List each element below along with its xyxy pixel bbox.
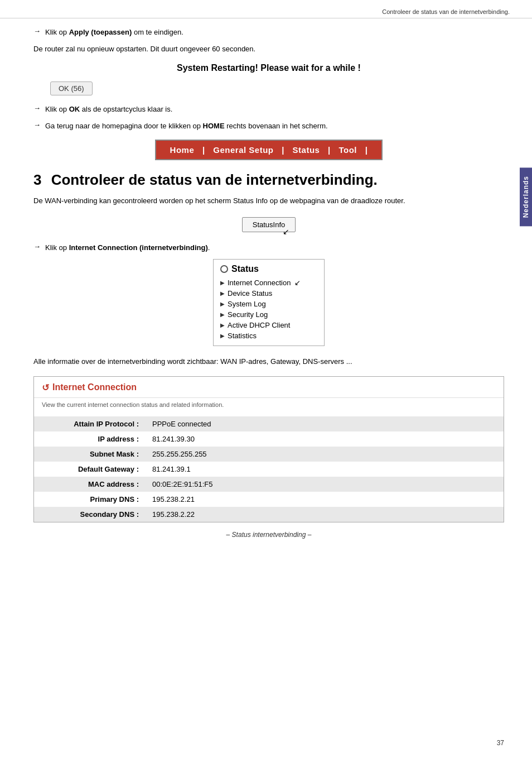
table-cell-value-4: 81.241.39.1: [146, 462, 504, 477]
inet-box-title: ↺ Internet Connection: [42, 382, 496, 393]
menu-item-label-2: Device Status: [228, 289, 272, 298]
section-number: 3: [33, 171, 41, 188]
navbar-item-tool: Tool: [338, 145, 357, 155]
arrow-bullet-2: → Klik op OK als de opstartcyclus klaar …: [33, 104, 504, 115]
table-cell-label-6: Primary DNS :: [34, 492, 146, 507]
tri-icon-5: ▶: [220, 322, 225, 328]
status-info-wrap: StatusInfo ↙: [33, 217, 504, 232]
table-cell-value-1: PPPoE connected: [146, 416, 504, 431]
bold-ok: OK: [69, 105, 80, 113]
arrow-icon-1: →: [33, 27, 41, 35]
inet-box-header: ↺ Internet Connection: [34, 377, 504, 398]
menu-item-label-6: Statistics: [228, 332, 257, 340]
arrow-bullet-4: → Klik op Internet Connection (internetv…: [33, 242, 504, 253]
status-menu-box: Status ▶ Internet Connection ↙ ▶ Device …: [213, 259, 325, 346]
para-2: De WAN-verbinding kan gecontroleerd word…: [33, 195, 504, 207]
arrow4-after: .: [208, 243, 210, 252]
table-cell-label-1: Attain IP Protocol :: [34, 416, 146, 431]
arrow-text-1: Klik op Apply (toepassen) om te eindigen…: [45, 27, 183, 38]
table-cell-value-6: 195.238.2.21: [146, 492, 504, 507]
tri-icon-2: ▶: [220, 290, 225, 296]
navbar-item-home: Home: [170, 145, 195, 155]
arrow-bullet-3: → Ga terug naar de homepagina door te kl…: [33, 121, 504, 132]
table-row: MAC address : 00:0E:2E:91:51:F5: [34, 477, 504, 492]
menu-item-label-1: Internet Connection: [228, 279, 291, 287]
table-row: Default Gateway : 81.241.39.1: [34, 462, 504, 477]
menu-item-active-dhcp-client[interactable]: ▶ Active DHCP Client: [220, 320, 317, 330]
menu-item-label-5: Active DHCP Client: [228, 321, 290, 329]
menu-item-security-log[interactable]: ▶ Security Log: [220, 309, 317, 320]
menu-item-label-4: Security Log: [228, 310, 268, 319]
bold-apply: Apply (toepassen): [69, 28, 132, 36]
restart-banner: System Restarting! Please wait for a whi…: [33, 63, 504, 73]
arrow-text-2: Klik op OK als de opstartcyclus klaar is…: [45, 104, 172, 115]
table-row: Attain IP Protocol : PPPoE connected: [34, 416, 504, 431]
menu-item-internet-connection[interactable]: ▶ Internet Connection ↙: [220, 277, 317, 288]
arrow-icon-3: →: [33, 121, 41, 129]
arrow-text-4: Klik op Internet Connection (internetver…: [45, 242, 210, 253]
navbar-separator-1: |: [202, 145, 207, 155]
menu-item-statistics[interactable]: ▶ Statistics: [220, 330, 317, 341]
para-1: De router zal nu opnieuw opstarten. Dit …: [33, 44, 504, 55]
header-text: Controleer de status van de internetverb…: [382, 8, 510, 15]
table-cell-value-3: 255.255.255.255: [146, 447, 504, 462]
table-cell-label-7: Secondary DNS :: [34, 507, 146, 522]
tri-icon-6: ▶: [220, 333, 225, 339]
navbar-separator-3: |: [328, 145, 333, 155]
arrow-bullet-1: → Klik op Apply (toepassen) om te eindig…: [33, 27, 504, 38]
table-cell-label-5: MAC address :: [34, 477, 146, 492]
menu-item-label-3: System Log: [228, 300, 266, 308]
tri-icon-4: ▶: [220, 311, 225, 318]
table-cell-value-2: 81.241.39.30: [146, 431, 504, 447]
arrow-text-3: Ga terug naar de homepagina door te klik…: [45, 121, 328, 132]
para-3: Alle informatie over de internetverbindi…: [33, 356, 504, 368]
cursor-icon: ↙: [283, 227, 289, 236]
status-info-label: StatusInfo: [253, 220, 286, 229]
arrow1-after: om te eindigen.: [134, 28, 183, 36]
arrow-icon-4: →: [33, 242, 41, 251]
table-cell-label-4: Default Gateway :: [34, 462, 146, 477]
inet-table-body: Attain IP Protocol : PPPoE connected IP …: [34, 416, 504, 522]
navbar-item-status: Status: [293, 145, 320, 155]
inet-connection-box: ↺ Internet Connection View the current i…: [33, 376, 504, 522]
table-row: Secondary DNS : 195.238.2.22: [34, 507, 504, 522]
status-menu-title: Status: [220, 264, 317, 274]
table-row: IP address : 81.241.39.30: [34, 431, 504, 447]
tri-icon-1: ▶: [220, 280, 225, 286]
cursor-menu: ↙: [294, 279, 301, 287]
side-tab-label: Nederlands: [522, 176, 530, 218]
inet-box-subtitle: View the current internet connection sta…: [34, 398, 504, 414]
inet-table: Attain IP Protocol : PPPoE connected IP …: [34, 416, 504, 522]
arrow-icon-2: →: [33, 104, 41, 112]
caption: – Status internetverbinding –: [33, 531, 504, 539]
bold-home: HOME: [203, 122, 225, 130]
side-tab: Nederlands: [520, 167, 532, 226]
menu-item-device-status[interactable]: ▶ Device Status: [220, 288, 317, 299]
page-number: 37: [497, 739, 504, 747]
circle-icon: [220, 265, 228, 273]
arrow3-after: rechts bovenaan in het scherm.: [226, 122, 327, 130]
bold-inet: Internet Connection (internetverbinding): [69, 243, 208, 252]
table-row: Primary DNS : 195.238.2.21: [34, 492, 504, 507]
table-cell-label-3: Subnet Mask :: [34, 447, 146, 462]
inet-title-icon: ↺: [42, 382, 49, 393]
header-bar: Controleer de status van de internetverb…: [0, 6, 532, 18]
navbar-item-general-setup: General Setup: [213, 145, 273, 155]
table-row: Subnet Mask : 255.255.255.255: [34, 447, 504, 462]
table-cell-label-2: IP address :: [34, 431, 146, 447]
ok-button[interactable]: OK (56): [50, 81, 93, 95]
status-info-button[interactable]: StatusInfo ↙: [242, 217, 296, 232]
menu-item-system-log[interactable]: ▶ System Log: [220, 299, 317, 309]
navbar-image-wrap: Home | General Setup | Status | Tool |: [33, 140, 504, 160]
ok-button-wrap: OK (56): [50, 81, 504, 95]
section-title: Controleer de status van de internetverb…: [51, 171, 378, 188]
navbar-separator-2: |: [282, 145, 287, 155]
table-cell-value-5: 00:0E:2E:91:51:F5: [146, 477, 504, 492]
status-menu-title-label: Status: [231, 264, 259, 274]
page-container: Controleer de status van de internetverb…: [0, 0, 532, 758]
status-menu-wrap: Status ▶ Internet Connection ↙ ▶ Device …: [33, 259, 504, 346]
table-cell-value-7: 195.238.2.22: [146, 507, 504, 522]
navbar-separator-4: |: [365, 145, 368, 155]
tri-icon-3: ▶: [220, 301, 225, 307]
navbar-box: Home | General Setup | Status | Tool |: [155, 140, 383, 160]
